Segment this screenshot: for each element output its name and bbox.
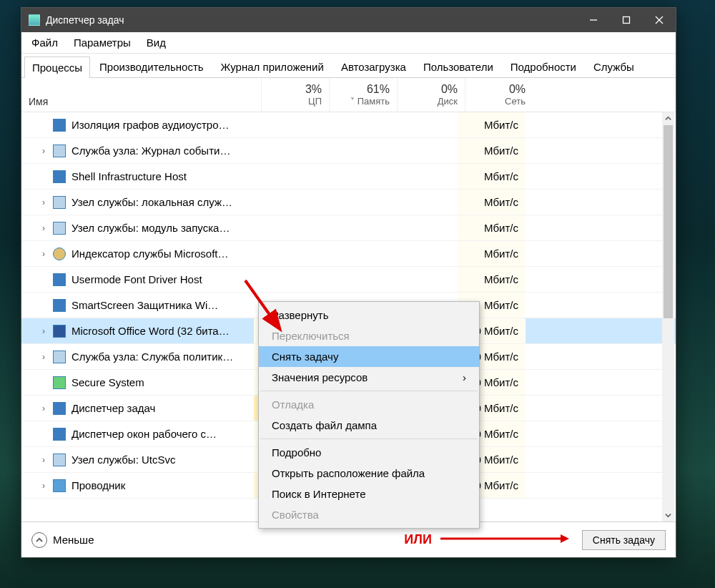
cell-network: Мбит/с [458, 164, 526, 189]
process-icon [53, 325, 66, 338]
process-name: Secure System [72, 376, 254, 388]
context-menu-item: Отладка [259, 394, 479, 415]
context-menu-item[interactable]: Значения ресурсов› [259, 367, 479, 388]
maximize-button[interactable] [610, 8, 643, 32]
process-name: Служба узла: Журнал событи… [72, 144, 254, 157]
menu-file[interactable]: Файл [31, 36, 58, 49]
cell-disk [390, 190, 458, 215]
context-menu-item[interactable]: Поиск в Интернете [259, 484, 479, 504]
menu-view[interactable]: Вид [147, 36, 166, 49]
minimize-button[interactable] [577, 8, 610, 32]
desktop-background: AlexZsoft.ru Диспетчер задач Файл Параме… [0, 0, 715, 588]
process-icon [53, 402, 66, 415]
context-menu-item[interactable]: Создать файл дампа [259, 415, 479, 436]
task-manager-window: Диспетчер задач Файл Параметры Вид Проце… [21, 7, 676, 558]
expand-icon[interactable]: › [36, 249, 51, 259]
cell-cpu [254, 267, 322, 292]
expand-icon[interactable]: › [36, 223, 51, 233]
scroll-down-button[interactable] [662, 509, 674, 521]
fewer-details-button[interactable]: Меньше [31, 532, 94, 548]
menu-options[interactable]: Параметры [74, 36, 131, 49]
tab-processes[interactable]: Процессы [24, 57, 90, 78]
cell-disk [390, 138, 458, 163]
tab-services[interactable]: Службы [586, 56, 642, 77]
tab-users[interactable]: Пользователи [415, 56, 501, 77]
cell-network: Мбит/с [458, 267, 526, 292]
cell-memory [322, 138, 390, 163]
cell-cpu [254, 241, 322, 266]
process-row[interactable]: ›Индексатор службы Microsoft…Мбит/с [21, 241, 676, 267]
expand-icon[interactable]: › [36, 146, 51, 156]
context-menu-item[interactable]: Снять задачу [259, 346, 479, 367]
cell-disk [390, 267, 458, 292]
tab-startup[interactable]: Автозагрузка [333, 56, 414, 77]
col-cpu[interactable]: 3% ЦП [261, 78, 329, 112]
tab-details[interactable]: Подробности [503, 56, 584, 77]
cell-memory [322, 215, 390, 240]
menu-separator [260, 391, 478, 391]
close-button[interactable] [643, 8, 676, 32]
cell-network: Мбит/с [458, 215, 526, 240]
end-task-button[interactable]: Снять задачу [582, 530, 666, 550]
col-name[interactable]: Имя [21, 78, 261, 112]
cell-memory [322, 112, 390, 137]
svg-rect-0 [623, 17, 630, 24]
cell-cpu [254, 138, 322, 163]
cell-cpu [254, 190, 322, 215]
process-icon [53, 299, 66, 312]
process-name: Проводник [72, 479, 254, 491]
annotation-or: ИЛИ [404, 532, 432, 547]
process-row[interactable]: ›Узел службы: модуль запуска…Мбит/с [21, 215, 676, 241]
process-name: Изоляция графов аудиоустро… [72, 119, 254, 131]
expand-icon[interactable]: › [36, 197, 51, 207]
process-row[interactable]: ›Служба узла: Журнал событи…Мбит/с [21, 138, 676, 164]
process-name: Узел службы: модуль запуска… [72, 222, 254, 234]
cell-network: Мбит/с [458, 241, 526, 266]
process-name: Microsoft Office Word (32 бита… [72, 325, 254, 337]
process-icon [53, 376, 66, 389]
titlebar[interactable]: Диспетчер задач [21, 8, 676, 32]
col-disk[interactable]: 0% Диск [397, 78, 465, 112]
cell-memory [322, 267, 390, 292]
context-menu-item[interactable]: Подробно [259, 442, 479, 463]
expand-icon[interactable]: › [36, 326, 51, 336]
scroll-up-button[interactable] [662, 112, 674, 124]
context-menu-item: Переключиться [259, 325, 479, 346]
cell-memory [322, 190, 390, 215]
process-icon [53, 170, 66, 183]
process-icon [53, 144, 66, 157]
chevron-right-icon: › [463, 371, 466, 383]
expand-icon[interactable]: › [36, 352, 51, 362]
menubar: Файл Параметры Вид [21, 32, 676, 54]
process-icon [53, 351, 66, 363]
col-memory[interactable]: 61% Память [329, 78, 397, 112]
chevron-up-icon [31, 532, 47, 548]
scroll-thumb[interactable] [664, 125, 673, 318]
expand-icon[interactable]: › [36, 481, 51, 491]
process-row[interactable]: Shell Infrastructure HostМбит/с [21, 164, 676, 190]
tab-apphistory[interactable]: Журнал приложений [213, 56, 332, 77]
process-name: Диспетчер задач [72, 402, 254, 414]
tab-performance[interactable]: Производительность [92, 56, 212, 77]
expand-icon[interactable]: › [36, 403, 51, 413]
scrollbar[interactable] [662, 112, 674, 521]
process-row[interactable]: ›Узел службы: локальная служ…Мбит/с [21, 190, 676, 215]
cell-network: Мбит/с [458, 138, 526, 163]
cell-network: Мбит/с [458, 112, 526, 137]
menu-separator [260, 438, 478, 439]
cell-memory [322, 164, 390, 189]
col-network[interactable]: 0% Сеть [465, 78, 533, 112]
cell-disk [390, 112, 458, 137]
context-menu-item[interactable]: Открыть расположение файла [259, 463, 479, 484]
cell-disk [390, 215, 458, 240]
process-row[interactable]: Usermode Font Driver HostМбит/с [21, 267, 676, 293]
svg-marker-2 [561, 534, 569, 543]
context-menu-item[interactable]: Развернуть [259, 305, 479, 325]
expand-icon[interactable]: › [36, 455, 51, 465]
process-icon [53, 454, 66, 466]
cell-cpu [254, 215, 322, 240]
process-row[interactable]: Изоляция графов аудиоустро…Мбит/с [21, 112, 676, 138]
process-name: Индексатор службы Microsoft… [72, 248, 254, 260]
cell-cpu [254, 112, 322, 137]
window-title: Диспетчер задач [46, 14, 124, 26]
